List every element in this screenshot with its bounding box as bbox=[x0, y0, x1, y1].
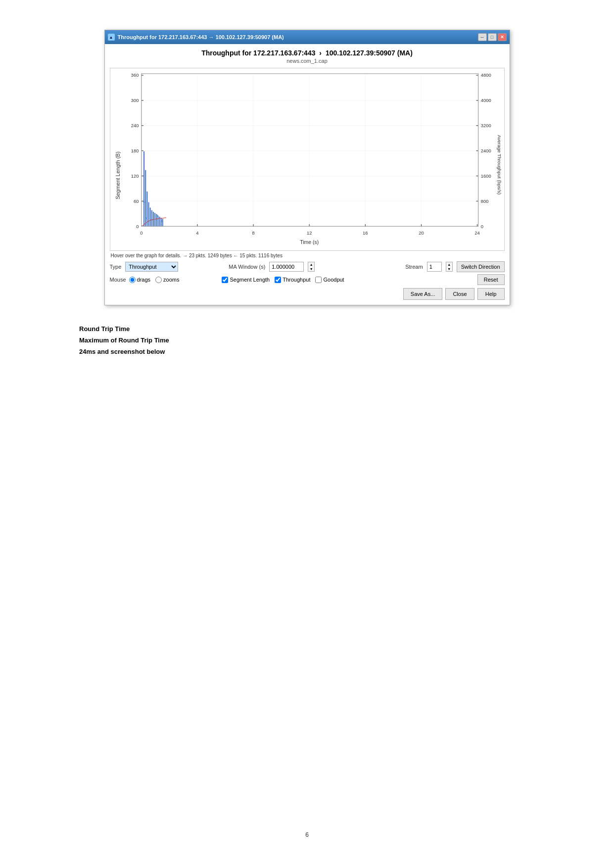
goodput-check-label[interactable]: Goodput bbox=[315, 277, 344, 283]
close-window-button[interactable]: ✕ bbox=[498, 33, 507, 41]
ma-window-spinner[interactable]: ▲ ▼ bbox=[308, 262, 315, 272]
window-icon: ▲ bbox=[108, 34, 115, 41]
svg-text:360: 360 bbox=[131, 72, 139, 78]
stream-spinner-up[interactable]: ▲ bbox=[446, 262, 452, 267]
svg-text:Average Throughput (bps/s): Average Throughput (bps/s) bbox=[497, 135, 502, 194]
svg-text:20: 20 bbox=[419, 230, 424, 235]
svg-rect-0 bbox=[110, 68, 504, 250]
svg-text:4: 4 bbox=[196, 230, 199, 235]
chart-title: Throughput for 172.217.163.67:443 › 100.… bbox=[110, 49, 505, 57]
svg-text:Segment Length (B): Segment Length (B) bbox=[115, 151, 121, 199]
type-label: Type bbox=[110, 264, 122, 270]
checkbox-group: Segment Length Throughput Goodput bbox=[222, 277, 344, 283]
svg-text:240: 240 bbox=[131, 123, 139, 128]
bottom-buttons: Save As... Close Help bbox=[110, 288, 505, 300]
close-button[interactable]: Close bbox=[445, 288, 474, 300]
spinner-down[interactable]: ▼ bbox=[308, 267, 314, 271]
svg-text:0: 0 bbox=[140, 230, 142, 235]
minimize-button[interactable]: ─ bbox=[478, 33, 487, 41]
drags-radio-label[interactable]: drags bbox=[129, 277, 151, 283]
svg-text:180: 180 bbox=[131, 148, 139, 153]
segment-length-check-label[interactable]: Segment Length bbox=[222, 277, 270, 283]
ma-window-input[interactable] bbox=[269, 262, 304, 272]
zooms-radio-label[interactable]: zooms bbox=[155, 277, 179, 283]
below-window-content: Round Trip Time Maximum of Round Trip Ti… bbox=[40, 325, 574, 355]
arrow-icon: › bbox=[319, 49, 322, 57]
svg-text:4800: 4800 bbox=[480, 72, 491, 78]
svg-point-71 bbox=[145, 217, 147, 219]
window-controls: ─ □ ✕ bbox=[478, 33, 507, 41]
svg-text:12: 12 bbox=[306, 230, 311, 235]
below-line-3: 24ms and screenshot below bbox=[79, 348, 574, 355]
chart-svg: Segment Length (B) bbox=[110, 68, 504, 250]
svg-text:120: 120 bbox=[131, 173, 139, 179]
below-line-1: Round Trip Time bbox=[79, 325, 574, 333]
status-bar: Hover over the graph for details. → 23 p… bbox=[110, 253, 505, 258]
svg-text:60: 60 bbox=[134, 198, 139, 204]
title-bar: ▲ Throughput for 172.217.163.67:443 → 10… bbox=[105, 30, 510, 44]
controls-row-1: Type Throughput Segment Length MA Window… bbox=[110, 261, 505, 272]
throughput-checkbox[interactable] bbox=[275, 277, 281, 283]
svg-text:0: 0 bbox=[480, 223, 483, 229]
svg-text:3200: 3200 bbox=[480, 123, 491, 128]
svg-text:800: 800 bbox=[480, 198, 488, 204]
svg-text:16: 16 bbox=[363, 230, 368, 235]
below-line-2: Maximum of Round Trip Time bbox=[79, 337, 574, 344]
chart-title-text: Throughput for 172.217.163.67:443 › 100.… bbox=[201, 49, 413, 57]
spinner-up[interactable]: ▲ bbox=[308, 262, 314, 267]
svg-text:4000: 4000 bbox=[480, 97, 491, 103]
svg-text:2400: 2400 bbox=[480, 148, 491, 153]
type-select[interactable]: Throughput Segment Length bbox=[125, 262, 178, 272]
stream-label: Stream bbox=[405, 264, 423, 270]
save-as-button[interactable]: Save As... bbox=[403, 288, 443, 300]
svg-text:8: 8 bbox=[252, 230, 254, 235]
help-button[interactable]: Help bbox=[477, 288, 505, 300]
window-title: Throughput for 172.217.163.67:443 → 100.… bbox=[118, 34, 284, 40]
maximize-button[interactable]: □ bbox=[488, 33, 497, 41]
stream-input[interactable] bbox=[427, 262, 442, 272]
window-body: Throughput for 172.217.163.67:443 › 100.… bbox=[105, 44, 510, 305]
svg-text:1600: 1600 bbox=[480, 173, 491, 179]
stream-spinner[interactable]: ▲ ▼ bbox=[446, 262, 453, 272]
throughput-check-label[interactable]: Throughput bbox=[275, 277, 310, 283]
segment-length-checkbox[interactable] bbox=[222, 277, 228, 283]
switch-direction-button[interactable]: Switch Direction bbox=[457, 261, 505, 272]
stream-spinner-down[interactable]: ▼ bbox=[446, 267, 452, 271]
svg-text:Time (s): Time (s) bbox=[300, 239, 319, 245]
mouse-label: Mouse bbox=[110, 277, 126, 283]
reset-button[interactable]: Reset bbox=[477, 274, 505, 285]
svg-point-73 bbox=[156, 214, 158, 216]
svg-text:0: 0 bbox=[136, 223, 139, 229]
chart-area: Segment Length (B) bbox=[110, 68, 505, 251]
zooms-radio[interactable] bbox=[155, 277, 162, 283]
svg-text:300: 300 bbox=[131, 97, 139, 103]
page-number: 6 bbox=[305, 831, 309, 838]
ma-window-label: MA Window (s) bbox=[229, 264, 265, 270]
drags-radio[interactable] bbox=[129, 277, 136, 283]
chart-subtitle: news.com_1.cap bbox=[110, 58, 505, 64]
goodput-checkbox[interactable] bbox=[315, 277, 322, 283]
controls-row-2: Mouse drags zooms Segment Length bbox=[110, 274, 505, 285]
wireshark-window: ▲ Throughput for 172.217.163.67:443 → 10… bbox=[104, 30, 510, 305]
svg-text:24: 24 bbox=[474, 230, 480, 235]
svg-point-70 bbox=[142, 201, 144, 203]
mouse-radio-group: drags zooms bbox=[129, 277, 180, 283]
svg-point-74 bbox=[161, 220, 163, 222]
